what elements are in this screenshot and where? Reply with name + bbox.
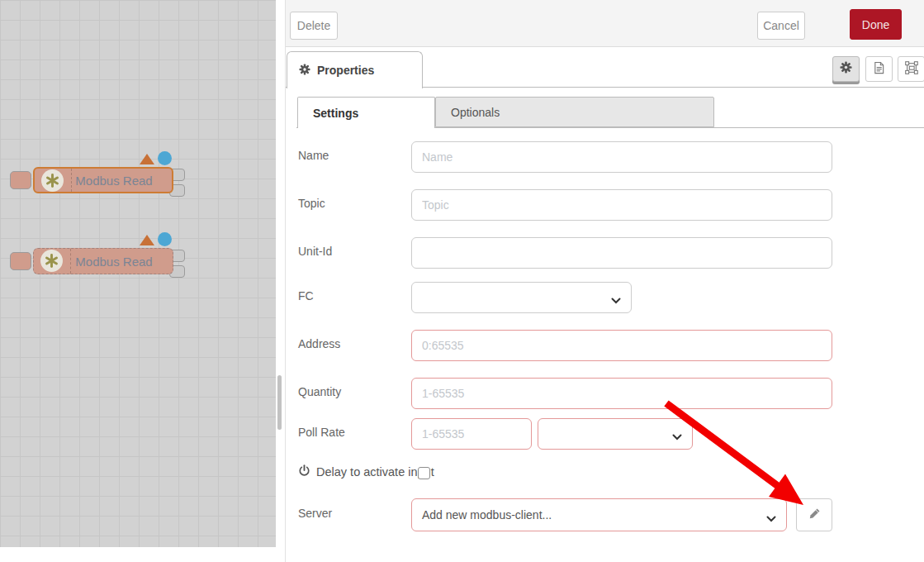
topic-label: Topic [298, 197, 325, 210]
poll-rate-input[interactable] [411, 418, 532, 450]
node-label: Modbus Read [72, 249, 156, 274]
node-input-port[interactable] [10, 252, 31, 270]
fc-label: FC [298, 289, 314, 302]
tab-optionals[interactable]: Optionals [435, 97, 714, 127]
name-label: Name [298, 149, 329, 162]
tab-settings[interactable]: Settings [297, 97, 435, 128]
modbus-asterisk-icon [40, 250, 63, 272]
chevron-down-icon [766, 512, 776, 525]
delay-checkbox[interactable] [418, 467, 430, 479]
chevron-down-icon [672, 430, 682, 443]
edit-tray: Delete Cancel Done [285, 0, 924, 562]
name-input[interactable] [411, 141, 832, 173]
description-view-button[interactable] [865, 56, 893, 82]
fc-select[interactable] [411, 282, 632, 313]
node-error-indicator-icon [140, 235, 154, 245]
flow-canvas[interactable]: Modbus Read Modbus Re [0, 0, 276, 547]
edit-server-button[interactable] [796, 498, 832, 531]
properties-form: Settings Optionals Name Topic Unit-Id FC [286, 88, 924, 562]
power-icon [298, 464, 310, 479]
tab-properties[interactable]: Properties [287, 51, 423, 88]
delay-label: Delay to activate input [316, 465, 434, 479]
topic-input[interactable] [411, 189, 832, 221]
tab-properties-label: Properties [317, 64, 374, 77]
node-label: Modbus Read [73, 169, 155, 192]
appearance-view-button[interactable] [898, 56, 924, 82]
server-label: Server [298, 507, 332, 520]
node-red-editor: Modbus Read Modbus Re [0, 0, 924, 562]
unit-id-label: Unit-Id [298, 245, 332, 258]
cancel-button[interactable]: Cancel [757, 12, 805, 40]
unit-id-input[interactable] [411, 237, 832, 269]
node-changed-indicator-icon [158, 151, 172, 165]
node-body[interactable]: Modbus Read [33, 167, 173, 193]
server-select-value: Add new modbus-client... [422, 508, 552, 522]
properties-view-button[interactable] [832, 56, 860, 82]
modbus-read-node-1[interactable]: Modbus Read [0, 154, 190, 203]
node-body[interactable]: Modbus Read [33, 248, 173, 274]
server-select[interactable]: Add new modbus-client... [411, 498, 787, 531]
tray-tab-row: Properties [286, 47, 924, 88]
poll-rate-label: Poll Rate [298, 426, 345, 439]
node-input-port[interactable] [10, 171, 31, 189]
tab-settings-label: Settings [313, 107, 358, 120]
poll-rate-unit-select[interactable] [538, 418, 693, 450]
node-changed-indicator-icon [158, 232, 172, 246]
document-icon [873, 61, 885, 78]
delete-button[interactable]: Delete [290, 12, 338, 40]
done-button[interactable]: Done [850, 9, 902, 40]
tab-optionals-label: Optionals [451, 106, 500, 119]
node-icon-area [35, 169, 72, 192]
delay-row: Delay to activate input [298, 464, 434, 479]
node-error-indicator-icon [140, 154, 154, 164]
pencil-icon [808, 507, 821, 523]
quantity-input[interactable] [411, 378, 832, 409]
gear-icon [840, 61, 852, 77]
modbus-read-node-2[interactable]: Modbus Read [0, 235, 190, 284]
chevron-down-icon [611, 293, 621, 307]
gear-icon [299, 64, 310, 78]
address-label: Address [298, 337, 340, 350]
tray-header: Delete Cancel Done [286, 0, 924, 47]
appearance-group-icon [905, 61, 918, 78]
node-icon-area [34, 249, 71, 274]
quantity-label: Quantity [298, 385, 341, 398]
address-input[interactable] [411, 330, 832, 361]
modbus-asterisk-icon [41, 169, 64, 192]
vertical-scrollbar-thumb[interactable] [277, 375, 282, 430]
